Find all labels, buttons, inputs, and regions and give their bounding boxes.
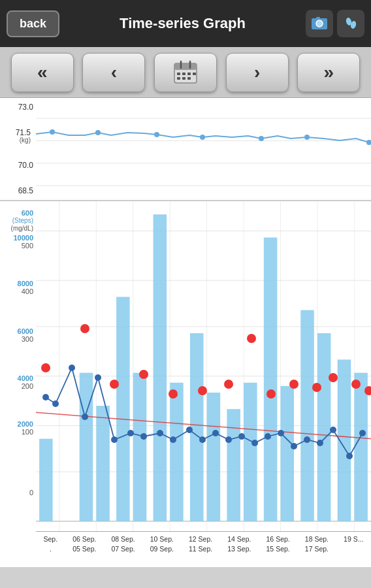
svg-rect-14 xyxy=(182,77,186,80)
svg-point-82 xyxy=(330,427,336,433)
fast-next-button[interactable]: » xyxy=(297,53,360,92)
svg-rect-59 xyxy=(354,373,368,521)
svg-rect-2 xyxy=(316,17,320,19)
weight-label-70: 70.0 xyxy=(0,161,33,169)
svg-point-78 xyxy=(278,430,284,436)
x-label-14sep: 14 Sep. 13 Sep. xyxy=(227,534,251,553)
svg-point-62 xyxy=(52,400,59,407)
svg-rect-43 xyxy=(39,439,53,521)
svg-point-24 xyxy=(259,136,264,141)
svg-point-21 xyxy=(95,130,101,135)
svg-point-74 xyxy=(225,436,232,443)
svg-point-85 xyxy=(41,363,50,372)
svg-point-77 xyxy=(265,433,271,440)
steps-y-axis: 600 (Steps) (mg/dL) 10000 500 8000 400 6… xyxy=(0,208,36,538)
svg-point-76 xyxy=(251,440,258,446)
svg-point-97 xyxy=(351,380,361,389)
svg-point-86 xyxy=(80,324,89,333)
x-label-sep: Sep. . xyxy=(44,534,58,553)
svg-rect-13 xyxy=(177,77,180,80)
weight-label-685: 68.5 xyxy=(0,187,33,195)
steps-bar-line-chart xyxy=(36,201,371,531)
svg-point-93 xyxy=(266,389,276,399)
svg-point-23 xyxy=(200,135,205,140)
svg-rect-52 xyxy=(227,409,240,521)
svg-point-61 xyxy=(42,394,49,400)
svg-point-91 xyxy=(224,380,233,389)
x-label-06sep: 06 Sep. 05 Sep. xyxy=(73,534,96,553)
weight-y-axis: 73.0 71.5 (kg) 70.0 68.5 xyxy=(0,98,36,200)
svg-rect-57 xyxy=(317,333,331,521)
svg-point-75 xyxy=(238,433,245,440)
x-axis-labels: Sep. . 06 Sep. 05 Sep. 08 Sep. 07 Sep. 1… xyxy=(36,531,371,567)
svg-rect-53 xyxy=(244,383,257,521)
svg-point-88 xyxy=(139,370,148,379)
x-label-16sep: 16 Sep. 15 Sep. xyxy=(266,534,290,553)
svg-point-92 xyxy=(247,334,256,343)
svg-point-65 xyxy=(95,374,101,381)
svg-rect-12 xyxy=(193,73,196,75)
svg-point-83 xyxy=(346,453,353,459)
svg-point-71 xyxy=(186,427,193,433)
svg-point-79 xyxy=(291,443,297,449)
svg-point-70 xyxy=(170,436,176,443)
svg-point-25 xyxy=(304,135,310,140)
svg-point-81 xyxy=(317,440,323,446)
svg-point-69 xyxy=(157,430,163,436)
svg-rect-6 xyxy=(174,63,197,70)
fast-prev-button[interactable]: « xyxy=(11,53,74,92)
svg-point-80 xyxy=(304,436,310,443)
footprint-icon-button[interactable] xyxy=(337,10,364,37)
svg-point-22 xyxy=(154,132,159,137)
svg-point-20 xyxy=(50,129,55,135)
x-label-10sep: 10 Sep. 09 Sep. xyxy=(150,534,174,553)
svg-rect-47 xyxy=(133,373,147,521)
svg-point-63 xyxy=(69,365,75,371)
svg-rect-11 xyxy=(187,73,191,75)
svg-point-72 xyxy=(199,436,206,443)
svg-rect-45 xyxy=(96,406,110,521)
svg-point-89 xyxy=(169,389,178,399)
next-button[interactable]: › xyxy=(226,53,289,92)
svg-point-96 xyxy=(329,373,338,382)
svg-rect-51 xyxy=(207,393,221,521)
steps-chart: 600 (Steps) (mg/dL) 10000 500 8000 400 6… xyxy=(0,201,371,567)
svg-point-94 xyxy=(289,380,298,389)
prev-button[interactable]: ‹ xyxy=(82,53,145,92)
header: back Time-series Graph xyxy=(0,0,371,47)
svg-point-1 xyxy=(316,20,323,27)
navigation-bar: « ‹ › » xyxy=(0,47,371,98)
weight-label-715: 71.5 xyxy=(16,129,31,137)
svg-point-87 xyxy=(110,380,119,389)
x-label-08sep: 08 Sep. 07 Sep. xyxy=(111,534,135,553)
svg-point-67 xyxy=(127,430,134,436)
svg-rect-15 xyxy=(187,77,191,80)
svg-rect-54 xyxy=(264,238,278,521)
svg-rect-44 xyxy=(80,373,93,521)
weight-chart: 73.0 71.5 (kg) 70.0 68.5 xyxy=(0,98,371,201)
weight-line-chart xyxy=(36,98,371,200)
svg-rect-48 xyxy=(153,214,167,521)
x-label-19sep: 19 S... xyxy=(344,534,363,544)
svg-point-73 xyxy=(212,430,219,436)
svg-point-68 xyxy=(140,433,147,440)
weight-unit: (kg) xyxy=(20,137,31,144)
svg-point-95 xyxy=(312,383,321,392)
x-label-18sep: 18 Sep. 17 Sep. xyxy=(305,534,329,553)
svg-point-66 xyxy=(111,436,118,443)
back-button[interactable]: back xyxy=(7,10,59,37)
page-title: Time-series Graph xyxy=(59,15,306,32)
svg-point-90 xyxy=(198,386,207,395)
camera-icon-button[interactable] xyxy=(306,10,333,37)
header-icons xyxy=(306,10,364,37)
charts-container: 73.0 71.5 (kg) 70.0 68.5 xyxy=(0,98,371,567)
svg-rect-56 xyxy=(300,310,314,521)
svg-point-84 xyxy=(359,430,366,436)
x-label-12sep: 12 Sep. 11 Sep. xyxy=(189,534,212,553)
svg-rect-50 xyxy=(190,333,204,521)
svg-rect-10 xyxy=(182,73,186,75)
svg-rect-9 xyxy=(177,73,180,75)
svg-rect-55 xyxy=(280,386,294,521)
calendar-button[interactable] xyxy=(154,53,217,92)
svg-rect-49 xyxy=(170,383,184,521)
